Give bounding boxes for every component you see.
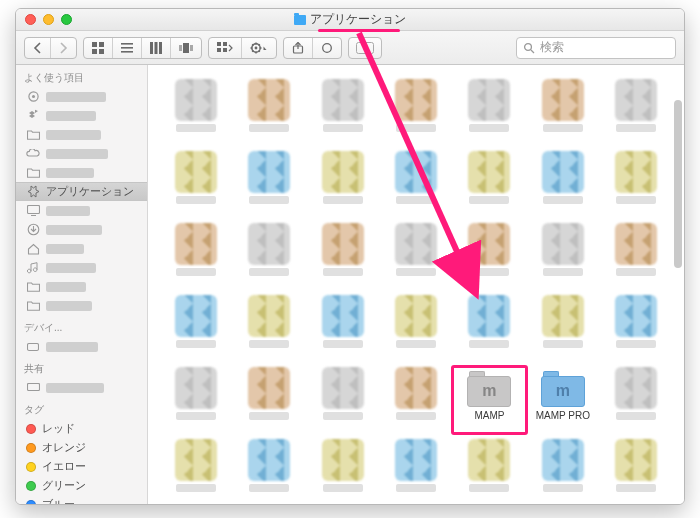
app-icon [542,79,584,121]
sidebar-tag-green[interactable]: グリーン [16,476,147,495]
app-icon [468,151,510,193]
grid-item[interactable] [235,151,302,219]
grid-item[interactable] [235,79,302,147]
arrange-button[interactable] [209,38,242,58]
grid-item[interactable] [309,367,376,435]
music-icon [26,261,40,275]
sidebar-tag-red[interactable]: レッド [16,419,147,438]
forward-button[interactable] [51,38,76,58]
grid-item[interactable] [235,295,302,363]
grid-item[interactable] [382,79,449,147]
sidebar-item-blur[interactable] [16,337,147,356]
view-column-button[interactable] [142,38,171,58]
grid-item[interactable] [456,223,523,291]
grid-item[interactable] [309,79,376,147]
grid-item-label [249,268,289,276]
svg-rect-10 [179,45,182,51]
sidebar-item-blur[interactable] [16,220,147,239]
grid-item[interactable] [529,223,596,291]
grid-item[interactable] [603,439,670,504]
scrollbar-thumb[interactable] [674,100,682,268]
applications-icon [26,185,40,199]
grid-item[interactable] [603,151,670,219]
app-icon [542,151,584,193]
view-coverflow-button[interactable] [171,38,201,58]
grid-item[interactable] [382,439,449,504]
sidebar-tag-blue[interactable]: ブルー [16,495,147,504]
grid-item[interactable] [456,151,523,219]
grid-item[interactable] [603,295,670,363]
grid-item[interactable] [603,367,670,435]
grid-item[interactable] [235,439,302,504]
grid-item[interactable] [162,295,229,363]
svg-rect-11 [183,43,189,53]
grid-item[interactable] [603,223,670,291]
scrollbar[interactable] [674,75,682,494]
sidebar-item-blur[interactable] [16,87,147,106]
close-button[interactable] [25,14,36,25]
toolbar: 検索 [16,31,684,65]
sidebar-item-blur[interactable] [16,144,147,163]
sidebar-item-blur[interactable] [16,125,147,144]
grid-item-label [323,124,363,132]
app-icon [248,439,290,481]
grid-item[interactable] [456,295,523,363]
grid-item[interactable] [382,223,449,291]
icloud-icon [26,147,40,161]
sidebar-item-blur[interactable] [16,163,147,182]
sidebar-item-blur[interactable] [16,201,147,220]
grid-item-mamp[interactable]: m MAMP [456,367,523,435]
svg-point-18 [255,46,258,49]
grid-item[interactable] [456,439,523,504]
folder-icon [26,299,40,313]
grid-item[interactable] [529,295,596,363]
grid-item[interactable] [235,367,302,435]
grid-item-label [249,484,289,492]
quicklook-button[interactable] [348,37,382,59]
grid-item[interactable] [162,223,229,291]
share-button[interactable] [284,38,313,58]
grid-item[interactable] [309,439,376,504]
grid-item[interactable] [235,223,302,291]
zoom-button[interactable] [61,14,72,25]
grid-item[interactable] [382,367,449,435]
grid-item[interactable] [309,295,376,363]
grid-item[interactable] [309,223,376,291]
edit-tags-button[interactable] [313,38,341,58]
sidebar-item-blur[interactable] [16,277,147,296]
sidebar-item-label [46,111,96,121]
grid-item[interactable] [382,151,449,219]
downloads-icon [26,223,40,237]
sidebar-item-blur[interactable] [16,378,147,397]
sidebar-item-blur[interactable] [16,239,147,258]
grid-item-label [543,340,583,348]
grid-item[interactable] [309,151,376,219]
view-list-button[interactable] [113,38,142,58]
grid-item[interactable] [162,151,229,219]
sidebar-tag-yellow[interactable]: イエロー [16,457,147,476]
grid-item[interactable] [603,79,670,147]
app-icon [322,367,364,409]
app-icon [615,223,657,265]
minimize-button[interactable] [43,14,54,25]
action-button[interactable] [242,38,276,58]
app-icon [615,367,657,409]
sidebar-item-blur[interactable] [16,296,147,315]
view-icon-button[interactable] [84,38,113,58]
grid-item[interactable] [162,79,229,147]
grid-item[interactable] [382,295,449,363]
grid-item[interactable] [162,439,229,504]
grid-item[interactable] [529,79,596,147]
sidebar-item-blur[interactable] [16,106,147,125]
sidebar-tag-orange[interactable]: オレンジ [16,438,147,457]
back-button[interactable] [25,38,51,58]
grid-item[interactable] [456,79,523,147]
grid-item[interactable] [529,439,596,504]
grid-item-mamp-pro[interactable]: m MAMP PRO [529,367,596,435]
search-field[interactable]: 検索 [516,37,676,59]
grid-item[interactable] [529,151,596,219]
grid-item-label [616,340,656,348]
grid-item[interactable] [162,367,229,435]
sidebar-item-applications[interactable]: アプリケーション [16,182,147,201]
sidebar-item-blur[interactable] [16,258,147,277]
